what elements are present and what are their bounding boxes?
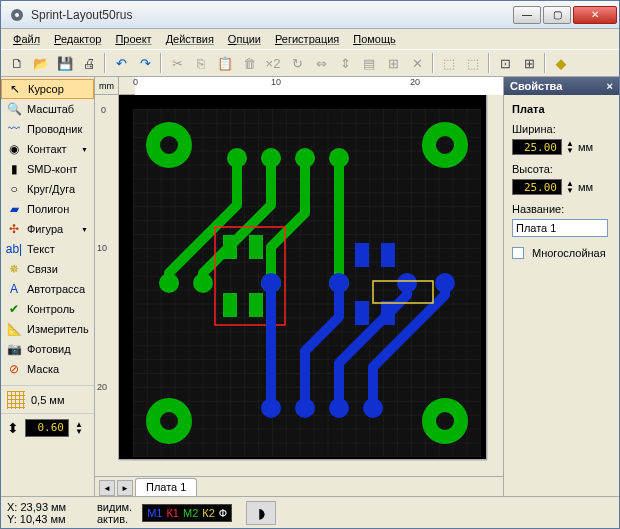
tool-Текст[interactable]: ab|Текст	[1, 239, 94, 259]
scrollbar-vertical[interactable]	[487, 95, 503, 460]
ungroup-button[interactable]: ⬚	[462, 52, 484, 74]
close-button[interactable]: ✕	[573, 6, 617, 24]
grid-setting[interactable]: 0,5 мм	[1, 385, 94, 413]
tool-panel: ↖Курсор🔍Масштаб〰Проводник◉Контакт▼▮SMD-к…	[1, 77, 95, 496]
svg-rect-44	[381, 243, 395, 267]
tool-Масштаб[interactable]: 🔍Масштаб	[1, 99, 94, 119]
tool-label: Измеритель	[27, 323, 89, 335]
app-window: Sprint-Layout50rus — ▢ ✕ Файл Редактор П…	[0, 0, 620, 529]
svg-rect-43	[355, 243, 369, 267]
width-input[interactable]: 25.00	[512, 139, 562, 155]
menu-actions[interactable]: Действия	[160, 31, 220, 47]
track-width-spinner[interactable]: ▲▼	[75, 421, 83, 435]
menu-project[interactable]: Проект	[109, 31, 157, 47]
tool-icon: 〰	[7, 122, 21, 136]
tool-Круг/Дуга[interactable]: ○Круг/Дуга	[1, 179, 94, 199]
tool-icon: 📐	[7, 322, 21, 336]
align-button[interactable]: ▤	[358, 52, 380, 74]
menu-registration[interactable]: Регистрация	[269, 31, 345, 47]
statusbar: X: 23,93 мм Y: 10,43 мм видим.актив. M1 …	[1, 496, 619, 528]
svg-rect-27	[249, 293, 263, 317]
tool-label: Текст	[27, 243, 55, 255]
menu-editor[interactable]: Редактор	[48, 31, 107, 47]
component-button[interactable]: ⊞	[518, 52, 540, 74]
layer-selector[interactable]: M1 К1 М2 К2 Ф	[142, 504, 232, 522]
tool-Проводник[interactable]: 〰Проводник	[1, 119, 94, 139]
titlebar[interactable]: Sprint-Layout50rus — ▢ ✕	[1, 1, 619, 29]
track-width-value[interactable]: 0.60	[25, 419, 69, 437]
window-title: Sprint-Layout50rus	[31, 8, 513, 22]
properties-close-button[interactable]: ×	[607, 80, 613, 92]
tool-Контакт[interactable]: ◉Контакт▼	[1, 139, 94, 159]
height-input[interactable]: 25.00	[512, 179, 562, 195]
tool-label: Полигон	[27, 203, 69, 215]
multilayer-checkbox[interactable]	[512, 247, 524, 259]
tab-prev-button[interactable]: ◄	[99, 480, 115, 496]
save-button[interactable]: 💾	[54, 52, 76, 74]
info-button[interactable]: ◆	[550, 52, 572, 74]
new-button[interactable]: 🗋	[6, 52, 28, 74]
tool-label: SMD-конт	[27, 163, 77, 175]
tool-Маска[interactable]: ⊘Маска	[1, 359, 94, 379]
tool-Полигон[interactable]: ▰Полигон	[1, 199, 94, 219]
tool-label: Маска	[27, 363, 59, 375]
height-label: Высота:	[512, 163, 611, 175]
track-icon: ⬍	[7, 420, 19, 436]
tool-Контроль[interactable]: ✔Контроль	[1, 299, 94, 319]
width-label: Ширина:	[512, 123, 611, 135]
ruler-unit: mm	[95, 77, 119, 95]
copy-button[interactable]: ⎘	[190, 52, 212, 74]
tool-icon: ○	[7, 182, 21, 196]
tool-Связи[interactable]: ✵Связи	[1, 259, 94, 279]
menu-file[interactable]: Файл	[7, 31, 46, 47]
track-width-setting[interactable]: ⬍ 0.60 ▲▼	[1, 413, 94, 441]
name-input[interactable]	[512, 219, 608, 237]
snap-button[interactable]: ⊞	[382, 52, 404, 74]
tool-Измеритель[interactable]: 📐Измеритель	[1, 319, 94, 339]
tool-Автотрасса[interactable]: AАвтотрасса	[1, 279, 94, 299]
maximize-button[interactable]: ▢	[543, 6, 571, 24]
tab-next-button[interactable]: ►	[117, 480, 133, 496]
menubar: Файл Редактор Проект Действия Опции Реги…	[1, 29, 619, 49]
app-icon	[9, 7, 25, 23]
multilayer-label: Многослойная	[532, 247, 606, 259]
svg-rect-46	[381, 301, 395, 325]
tool-icon: ✣	[7, 222, 21, 236]
layer-vis-labels: видим.актив.	[97, 501, 132, 525]
dropdown-icon: ▼	[81, 146, 88, 153]
tool-label: Проводник	[27, 123, 82, 135]
duplicate-button[interactable]: ×2	[262, 52, 284, 74]
paste-button[interactable]: 📋	[214, 52, 236, 74]
mirror-v-button[interactable]: ⇕	[334, 52, 356, 74]
scrollbar-horizontal[interactable]	[119, 460, 487, 476]
mirror-h-button[interactable]: ⇔	[310, 52, 332, 74]
tool-Фигура[interactable]: ✣Фигура▼	[1, 219, 94, 239]
cut-button[interactable]: ✂	[166, 52, 188, 74]
menu-options[interactable]: Опции	[222, 31, 267, 47]
zoom-fit-button[interactable]: ⊡	[494, 52, 516, 74]
grid-label: 0,5 мм	[31, 394, 64, 406]
svg-rect-25	[249, 235, 263, 259]
ruler-vertical: 0 10 20	[95, 95, 119, 460]
minimize-button[interactable]: —	[513, 6, 541, 24]
rotate-button[interactable]: ↻	[286, 52, 308, 74]
board-tab[interactable]: Плата 1	[135, 478, 197, 496]
tool-label: Автотрасса	[27, 283, 85, 295]
pcb-canvas[interactable]	[119, 95, 487, 460]
tool-label: Масштаб	[27, 103, 74, 115]
group-button[interactable]: ⬚	[438, 52, 460, 74]
svg-rect-24	[223, 235, 237, 259]
remove-conn-button[interactable]: ✕	[406, 52, 428, 74]
print-button[interactable]: 🖨	[78, 52, 100, 74]
open-button[interactable]: 📂	[30, 52, 52, 74]
ground-plane-button[interactable]: ◗	[246, 501, 276, 525]
tool-SMD-конт[interactable]: ▮SMD-конт	[1, 159, 94, 179]
menu-help[interactable]: Помощь	[347, 31, 402, 47]
tool-Курсор[interactable]: ↖Курсор	[1, 79, 94, 99]
height-spinner[interactable]: ▲▼	[566, 180, 574, 194]
delete-button[interactable]: 🗑	[238, 52, 260, 74]
redo-button[interactable]: ↷	[134, 52, 156, 74]
undo-button[interactable]: ↶	[110, 52, 132, 74]
tool-Фотовид[interactable]: 📷Фотовид	[1, 339, 94, 359]
width-spinner[interactable]: ▲▼	[566, 140, 574, 154]
